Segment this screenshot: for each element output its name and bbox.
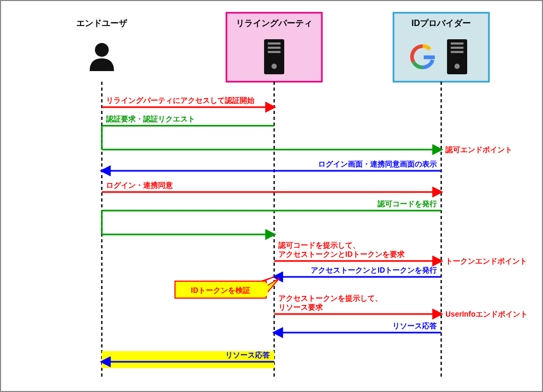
note-verify-id-token: IDトークンを検証	[175, 277, 279, 298]
participant-idp-label: IDプロバイダー	[411, 19, 471, 28]
svg-point-5	[272, 64, 277, 69]
svg-rect-2	[268, 42, 281, 45]
svg-rect-7	[451, 42, 463, 45]
svg-point-0	[95, 43, 109, 57]
svg-rect-15	[265, 283, 268, 296]
svg-rect-4	[268, 51, 281, 53]
msg-label-line2: アクセストークンとIDトークンを要求	[278, 250, 405, 258]
sequence-diagram: エンドユーザ リライングパーティ IDプロバイダー リライングパーティにアクセス…	[1, 1, 542, 391]
svg-rect-8	[451, 47, 463, 49]
msg-label: リソース応答	[225, 351, 270, 359]
user-icon	[90, 43, 114, 71]
msg-label: 認証要求・認証リクエスト	[106, 115, 195, 123]
msg-label: 認可コードを発行	[377, 199, 437, 208]
svg-marker-14	[266, 278, 279, 294]
endpoint-label: トークンエンドポイント	[445, 257, 527, 265]
server-icon	[447, 39, 467, 74]
note-label: IDトークンを検証	[191, 286, 250, 294]
msg-label: リソース応答	[392, 321, 437, 330]
svg-rect-9	[451, 51, 463, 53]
endpoint-label: 認可エンドポイント	[445, 145, 512, 154]
msg-label: ログイン画面・連携同意画面の表示	[318, 160, 437, 168]
diagram-frame: エンドユーザ リライングパーティ IDプロバイダー リライングパーティにアクセス…	[0, 0, 543, 392]
msg-label-line1: 認可コードを提示して、	[278, 241, 360, 249]
participant-user-label: エンドユーザ	[76, 19, 128, 28]
participant-rp-label: リライングパーティ	[236, 19, 312, 28]
endpoint-label: UserInfoエンドポイント	[445, 310, 528, 318]
server-icon	[264, 39, 284, 74]
msg-label-line1: アクセストークンを提示して、	[278, 294, 382, 302]
msg-label: アクセストークンとIDトークンを発行	[311, 266, 437, 274]
svg-rect-3	[268, 47, 281, 49]
msg-label: ログイン・連携同意	[106, 181, 173, 189]
msg-label: リライングパーティにアクセスして認証開始	[106, 96, 255, 104]
svg-point-10	[454, 64, 460, 69]
msg-label-line2: リソース要求	[278, 303, 323, 311]
